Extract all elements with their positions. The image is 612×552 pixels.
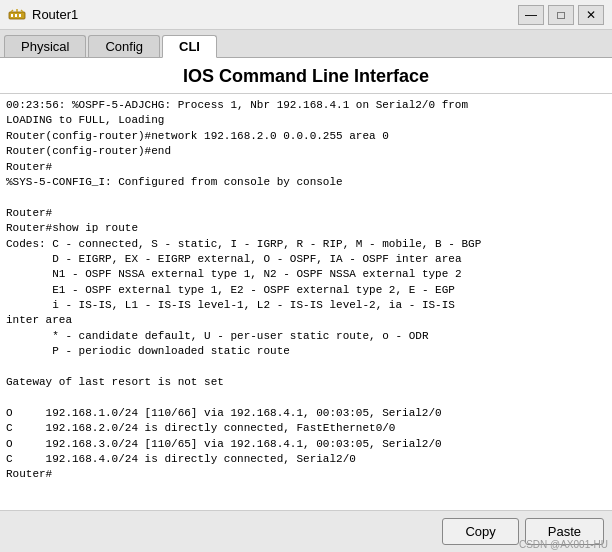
- router-icon: [8, 6, 26, 24]
- cli-area: 00:23:56: %OSPF-5-ADJCHG: Process 1, Nbr…: [0, 94, 612, 510]
- tab-physical[interactable]: Physical: [4, 35, 86, 57]
- tab-config[interactable]: Config: [88, 35, 160, 57]
- copy-button[interactable]: Copy: [442, 518, 518, 545]
- tab-cli[interactable]: CLI: [162, 35, 217, 58]
- close-button[interactable]: ✕: [578, 5, 604, 25]
- svg-rect-2: [15, 14, 17, 17]
- main-content: IOS Command Line Interface 00:23:56: %OS…: [0, 58, 612, 552]
- title-bar-controls: — □ ✕: [518, 5, 604, 25]
- title-bar-left: Router1: [8, 6, 78, 24]
- page-title: IOS Command Line Interface: [0, 58, 612, 94]
- cli-scroll[interactable]: 00:23:56: %OSPF-5-ADJCHG: Process 1, Nbr…: [0, 94, 612, 510]
- cli-text: 00:23:56: %OSPF-5-ADJCHG: Process 1, Nbr…: [6, 98, 606, 483]
- window-title: Router1: [32, 7, 78, 22]
- tab-bar: Physical Config CLI: [0, 30, 612, 58]
- paste-button[interactable]: Paste: [525, 518, 604, 545]
- bottom-bar: Copy Paste: [0, 510, 612, 552]
- title-bar: Router1 — □ ✕: [0, 0, 612, 30]
- minimize-button[interactable]: —: [518, 5, 544, 25]
- maximize-button[interactable]: □: [548, 5, 574, 25]
- svg-rect-1: [11, 14, 13, 17]
- svg-rect-3: [19, 14, 21, 17]
